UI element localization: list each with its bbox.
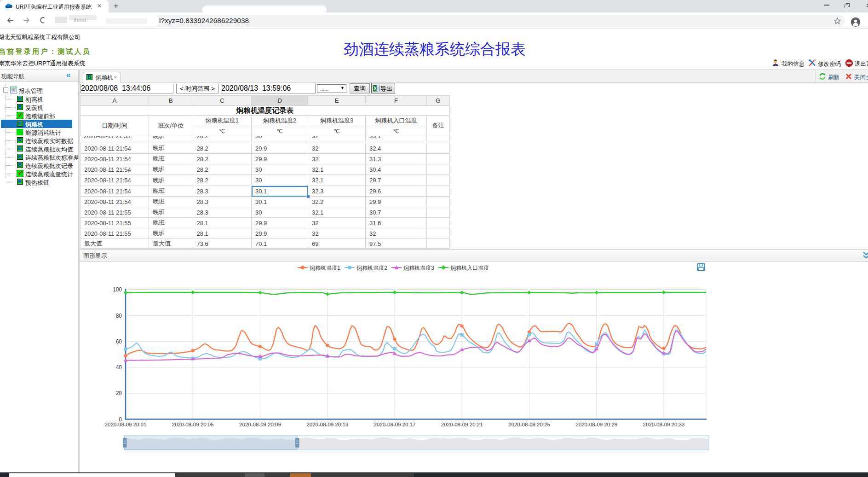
svg-text:2020-08-09 20:09: 2020-08-09 20:09 [239,422,281,427]
svg-text:2020-08-09 20:21: 2020-08-09 20:21 [441,422,483,427]
svg-text:2020-08-09 20:17: 2020-08-09 20:17 [374,422,416,427]
svg-text:60: 60 [116,338,122,345]
svg-text:40: 40 [116,364,122,371]
svg-text:80: 80 [116,313,122,319]
svg-text:2020-08-09 20:25: 2020-08-09 20:25 [508,422,550,427]
svg-text:2020-08-09 20:05: 2020-08-09 20:05 [172,422,214,427]
svg-text:2020-08-09 20:29: 2020-08-09 20:29 [575,422,617,427]
svg-text:100: 100 [113,286,122,293]
svg-text:2020-08-09 20:01: 2020-08-09 20:01 [105,422,147,427]
svg-text:20: 20 [116,390,122,396]
svg-text:2020-08-09 20:13: 2020-08-09 20:13 [306,422,348,427]
svg-text:2020-08-09 20:33: 2020-08-09 20:33 [643,422,685,427]
